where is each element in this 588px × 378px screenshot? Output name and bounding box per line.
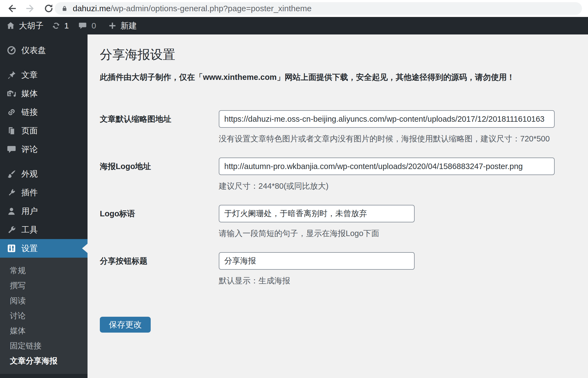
sidebar-item-dashboard[interactable]: 仪表盘	[0, 41, 88, 60]
browser-reload-button[interactable]	[43, 2, 55, 14]
sidebar-item-label: 用户	[21, 206, 38, 217]
menu-separator	[0, 60, 88, 66]
field-row-logo-url: 海报Logo地址 建议尺寸：244*80(或同比放大)	[100, 158, 577, 191]
sidebar-item-plugins[interactable]: 插件	[0, 183, 88, 202]
field-help-text: 默认显示：生成海报	[219, 276, 577, 286]
submenu-item-permalinks[interactable]: 固定链接	[0, 338, 88, 353]
field-help-text: 建议尺寸：244*80(或同比放大)	[219, 181, 577, 191]
admin-sidebar: 仪表盘 文章 媒体 链接 页面 评论 外观 插件	[0, 34, 88, 378]
address-bar[interactable]: dahuzi.me/wp-admin/options-general.php?p…	[55, 2, 582, 15]
forward-arrow-icon	[25, 3, 35, 14]
sidebar-item-label: 工具	[21, 224, 38, 235]
browser-forward-button[interactable]	[24, 2, 36, 14]
sidebar-item-users[interactable]: 用户	[0, 202, 88, 220]
sidebar-item-label: 插件	[21, 187, 38, 198]
field-label: 分享按钮标题	[100, 252, 219, 286]
field-row-share-button-title: 分享按钮标题 默认显示：生成海报	[100, 252, 577, 286]
submenu-item-writing[interactable]: 撰写	[0, 278, 88, 293]
sidebar-item-appearance[interactable]: 外观	[0, 165, 88, 183]
field-label: Logo标语	[100, 205, 219, 238]
plus-icon	[108, 21, 117, 30]
submenu-item-media[interactable]: 媒体	[0, 323, 88, 338]
share-button-title-input[interactable]	[219, 252, 415, 270]
user-icon	[7, 206, 16, 216]
gauge-icon	[7, 45, 16, 55]
field-help-text: 请输入一段简短的句子，显示在海报Logo下面	[219, 228, 577, 238]
wp-admin-bar: 大胡子 1 0 新建	[0, 17, 588, 34]
sidebar-item-label: 媒体	[21, 88, 38, 99]
submenu-item-discussion[interactable]: 讨论	[0, 308, 88, 323]
field-help-text: 没有设置文章特色图片或者文章内没有图片的时候，海报使用默认缩略图，建议尺寸：72…	[219, 134, 577, 144]
plug-icon	[7, 188, 16, 197]
submenu-item-reading[interactable]: 阅读	[0, 293, 88, 308]
field-row-logo-slogan: Logo标语 请输入一段简短的句子，显示在海报Logo下面	[100, 205, 577, 238]
sidebar-item-media[interactable]: 媒体	[0, 84, 88, 103]
adminbar-update-count: 1	[64, 21, 69, 30]
page-title: 分享海报设置	[100, 47, 577, 62]
settings-icon	[7, 243, 16, 253]
url-text: dahuzi.me/wp-admin/options-general.php?p…	[73, 4, 312, 13]
poster-settings-form: 文章默认缩略图地址 没有设置文章特色图片或者文章内没有图片的时候，海报使用默认缩…	[100, 110, 577, 333]
adminbar-site-link[interactable]: 大胡子	[6, 20, 43, 31]
sidebar-item-label: 文章	[21, 69, 38, 81]
adminbar-updates[interactable]: 1	[52, 21, 69, 30]
media-icon	[7, 89, 16, 98]
pin-icon	[7, 70, 16, 80]
logo-url-input[interactable]	[219, 158, 555, 175]
adminbar-site-name: 大胡子	[19, 20, 43, 31]
home-icon	[6, 21, 15, 30]
field-label: 文章默认缩略图地址	[100, 110, 219, 144]
adminbar-new-label: 新建	[120, 20, 137, 31]
link-icon	[7, 107, 16, 117]
wrench-icon	[7, 225, 16, 235]
url-path: /wp-admin/options-general.php?page=poste…	[110, 4, 312, 13]
logo-slogan-input[interactable]	[219, 205, 415, 222]
sidebar-item-label: 外观	[21, 168, 38, 180]
sidebar-item-settings[interactable]: 设置	[0, 239, 88, 258]
reload-icon	[43, 3, 54, 14]
plugin-notice: 此插件由大胡子制作，仅在「www.xintheme.com」网站上面提供下载，安…	[100, 72, 577, 83]
thumbnail-url-input[interactable]	[219, 110, 555, 128]
settings-page: 分享海报设置 此插件由大胡子制作，仅在「www.xintheme.com」网站上…	[88, 34, 588, 378]
adminbar-new-button[interactable]: 新建	[108, 20, 137, 31]
brush-icon	[7, 169, 16, 179]
sidebar-item-pages[interactable]: 页面	[0, 121, 88, 140]
sidebar-item-tools[interactable]: 工具	[0, 220, 88, 239]
submenu-item-general[interactable]: 常规	[0, 263, 88, 278]
pages-icon	[7, 126, 16, 136]
sidebar-item-label: 设置	[21, 243, 38, 254]
sidebar-item-label: 页面	[21, 125, 38, 136]
comment-icon	[78, 21, 87, 30]
submenu-item-poster[interactable]: 文章分享海报	[0, 353, 88, 368]
sidebar-item-label: 链接	[21, 107, 38, 118]
save-changes-button[interactable]: 保存更改	[100, 317, 151, 333]
sidebar-item-links[interactable]: 链接	[0, 103, 88, 121]
field-label: 海报Logo地址	[100, 158, 219, 191]
field-row-thumbnail-url: 文章默认缩略图地址 没有设置文章特色图片或者文章内没有图片的时候，海报使用默认缩…	[100, 110, 577, 144]
settings-submenu: 常规 撰写 阅读 讨论 媒体 固定链接 文章分享海报	[0, 258, 88, 374]
url-domain: dahuzi.me	[73, 4, 110, 13]
browser-back-button[interactable]	[6, 2, 18, 14]
sidebar-item-label: 评论	[21, 144, 38, 155]
update-icon	[52, 21, 60, 30]
back-arrow-icon	[7, 3, 17, 14]
sidebar-item-comments[interactable]: 评论	[0, 140, 88, 159]
lock-icon	[61, 5, 68, 12]
menu-separator	[0, 159, 88, 165]
comment-icon	[7, 144, 16, 154]
browser-toolbar: dahuzi.me/wp-admin/options-general.php?p…	[0, 0, 588, 17]
adminbar-comment-count: 0	[92, 21, 96, 30]
sidebar-item-label: 仪表盘	[21, 45, 46, 56]
sidebar-item-posts[interactable]: 文章	[0, 66, 88, 84]
adminbar-comments[interactable]: 0	[78, 21, 96, 30]
